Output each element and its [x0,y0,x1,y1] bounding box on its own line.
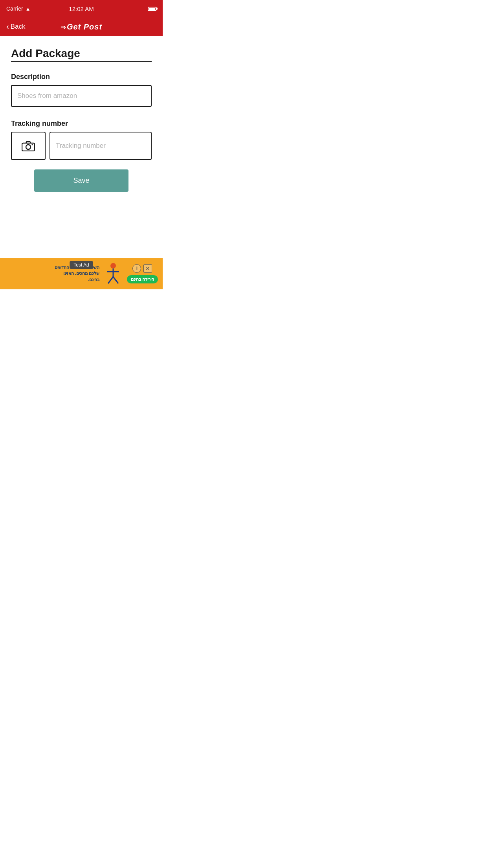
back-button[interactable]: ‹ Back [6,23,25,31]
svg-point-1 [26,145,31,149]
tracking-row [11,132,152,160]
svg-point-3 [110,263,116,268]
tracking-input[interactable] [50,132,152,160]
ad-close-button[interactable]: ✕ [143,264,152,273]
status-bar-right [148,7,156,11]
svg-line-7 [113,277,118,283]
description-section: Description [11,73,152,107]
back-chevron-icon: ‹ [6,22,9,30]
spotify-cta[interactable]: הירידה בחינם [127,275,158,283]
camera-icon [22,140,35,151]
svg-line-6 [108,277,113,283]
description-label: Description [11,73,152,81]
wifi-icon: ▲ [26,6,31,12]
ad-test-label: Test Ad [70,261,93,269]
ad-character [103,262,123,285]
content-area: Add Package Description Tracking number … [0,36,163,192]
carrier-label: Carrier [6,6,23,12]
tracking-label: Tracking number [11,120,152,128]
page-title: Add Package [11,47,152,60]
nav-title-arrow-icon: ⇒ [61,24,66,31]
tracking-section: Tracking number [11,120,152,160]
back-label: Back [11,23,26,31]
status-bar-left: Carrier ▲ [6,6,31,12]
save-section: Save [11,169,152,192]
page-title-divider [11,61,152,62]
svg-point-2 [32,144,33,145]
ad-banner: השירים האהובים החדשים שלכם מחכים. האזינו… [0,258,163,289]
camera-button[interactable] [11,132,46,160]
battery-icon [148,7,156,11]
status-bar: Carrier ▲ 12:02 AM [0,0,163,17]
ad-icons-row: i ✕ [132,264,152,273]
save-button[interactable]: Save [34,169,128,192]
ad-right-section: i ✕ הירידה בחינם [127,264,158,283]
nav-title: ⇒Get Post [61,22,102,31]
ad-text-line2: שלכם מחכים. האזינו [5,270,99,276]
ad-text-line3: בחינם. [5,277,99,283]
ad-info-icon[interactable]: i [132,264,141,273]
description-input[interactable] [11,85,152,107]
nav-bar: ‹ Back ⇒Get Post [0,17,163,36]
status-bar-time: 12:02 AM [69,6,94,12]
